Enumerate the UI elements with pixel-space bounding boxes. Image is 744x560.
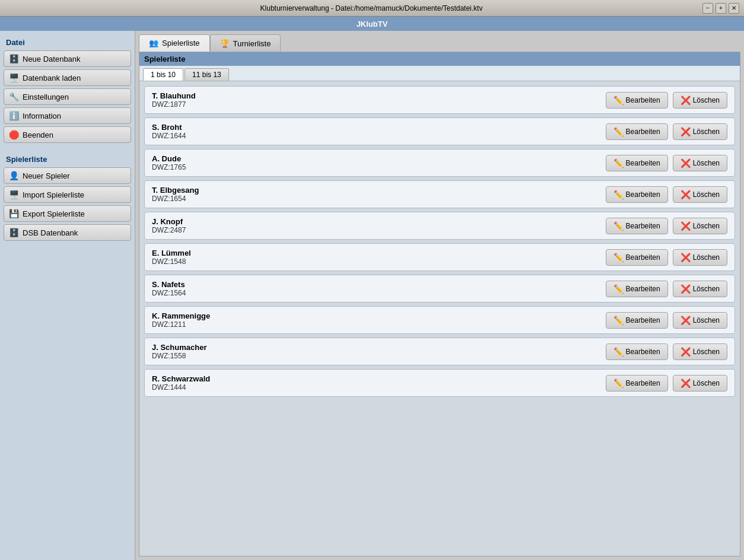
loschen-button[interactable]: ❌Löschen <box>673 155 727 171</box>
dsb-datenbank-button[interactable]: 🗄️ DSB Datenbank <box>4 224 131 241</box>
beenden-icon: 🛑 <box>9 130 19 139</box>
information-icon: ℹ️ <box>9 111 19 120</box>
import-spielerliste-button[interactable]: 🖥️ Import Spielerliste <box>4 186 131 203</box>
export-icon: 💾 <box>9 209 19 218</box>
spielerliste-panel-header: Spielerliste <box>139 52 740 66</box>
import-icon: 🖥️ <box>9 190 19 199</box>
player-name: A. Dude <box>152 154 601 163</box>
player-name: S. Broht <box>152 123 601 132</box>
player-row: J. KnopfDWZ:2487✏️Bearbeiten❌Löschen <box>144 212 735 240</box>
datenbank-laden-button[interactable]: 🖥️ Datenbank laden <box>4 69 131 86</box>
bearbeiten-button[interactable]: ✏️Bearbeiten <box>606 186 668 203</box>
player-dwz: DWZ:1444 <box>152 383 601 392</box>
app-title: JKlubTV <box>357 20 388 28</box>
bearbeiten-button[interactable]: ✏️Bearbeiten <box>606 155 668 171</box>
loschen-icon: ❌ <box>681 190 691 199</box>
loschen-button[interactable]: ❌Löschen <box>673 123 727 140</box>
main-layout: Datei 🗄️ Neue Datenbank 🖥️ Datenbank lad… <box>0 31 744 560</box>
datei-section-label: Datei <box>4 36 131 48</box>
neuer-spieler-button[interactable]: 👤 Neuer Spieler <box>4 167 131 184</box>
bearbeiten-button[interactable]: ✏️Bearbeiten <box>606 249 668 266</box>
bearbeiten-button[interactable]: ✏️Bearbeiten <box>606 123 668 140</box>
turnierliste-tab-icon: 🏆 <box>220 39 230 48</box>
player-dwz: DWZ:1877 <box>152 100 601 109</box>
bearbeiten-icon: ✏️ <box>613 347 624 357</box>
loschen-button[interactable]: ❌Löschen <box>673 343 727 360</box>
bearbeiten-icon: ✏️ <box>613 284 624 294</box>
bearbeiten-button[interactable]: ✏️Bearbeiten <box>606 312 668 329</box>
player-dwz: DWZ:1654 <box>152 195 601 203</box>
einstellungen-button[interactable]: 🔧 Einstellungen <box>4 88 131 105</box>
player-row: R. SchwarzwaldDWZ:1444✏️Bearbeiten❌Lösch… <box>144 369 735 397</box>
player-info: T. ElbgesangDWZ:1654 <box>152 186 601 203</box>
loschen-icon: ❌ <box>681 221 691 231</box>
player-row: S. NafetsDWZ:1564✏️Bearbeiten❌Löschen <box>144 275 735 303</box>
spielerliste-tab-label: Spielerliste <box>162 39 200 47</box>
information-button[interactable]: ℹ️ Information <box>4 107 131 124</box>
spielerliste-section-label: Spielerliste <box>4 152 131 165</box>
information-label: Information <box>23 112 61 120</box>
content-area: 👥 Spielerliste 🏆 Turnierliste Spielerlis… <box>135 31 744 560</box>
player-name: J. Knopf <box>152 217 601 226</box>
loschen-button[interactable]: ❌Löschen <box>673 312 727 329</box>
title-bar: Klubturnierverwaltung - Datei:/home/mamu… <box>0 0 744 17</box>
neue-datenbank-icon: 🗄️ <box>9 54 19 63</box>
spielerliste-panel: Spielerliste 1 bis 10 11 bis 13 T. Blauh… <box>139 52 740 556</box>
tab-bar: 👥 Spielerliste 🏆 Turnierliste <box>139 34 740 52</box>
loschen-icon: ❌ <box>681 253 691 262</box>
player-row: E. LümmelDWZ:1548✏️Bearbeiten❌Löschen <box>144 243 735 271</box>
bearbeiten-button[interactable]: ✏️Bearbeiten <box>606 375 668 392</box>
tab-turnierliste[interactable]: 🏆 Turnierliste <box>210 34 281 52</box>
neue-datenbank-button[interactable]: 🗄️ Neue Datenbank <box>4 50 131 67</box>
loschen-icon: ❌ <box>681 284 691 294</box>
player-name: E. Lümmel <box>152 249 601 257</box>
player-info: R. SchwarzwaldDWZ:1444 <box>152 374 601 392</box>
player-info: A. DudeDWZ:1765 <box>152 154 601 171</box>
loschen-icon: ❌ <box>681 316 691 325</box>
turnierliste-tab-label: Turnierliste <box>233 39 271 48</box>
loschen-button[interactable]: ❌Löschen <box>673 186 727 203</box>
player-dwz: DWZ:1644 <box>152 132 601 140</box>
player-row: T. ElbgesangDWZ:1654✏️Bearbeiten❌Löschen <box>144 180 735 208</box>
beenden-button[interactable]: 🛑 Beenden <box>4 126 131 143</box>
export-spielerliste-button[interactable]: 💾 Export Spielerliste <box>4 205 131 222</box>
bearbeiten-button[interactable]: ✏️Bearbeiten <box>606 92 668 109</box>
player-row: S. BrohtDWZ:1644✏️Bearbeiten❌Löschen <box>144 117 735 145</box>
sub-tab-11-13[interactable]: 11 bis 13 <box>185 68 229 81</box>
player-name: S. Nafets <box>152 280 601 289</box>
bearbeiten-icon: ✏️ <box>613 316 624 325</box>
minimize-button[interactable]: − <box>702 3 713 14</box>
player-info: J. KnopfDWZ:2487 <box>152 217 601 234</box>
loschen-button[interactable]: ❌Löschen <box>673 281 727 297</box>
loschen-button[interactable]: ❌Löschen <box>673 218 727 234</box>
bearbeiten-button[interactable]: ✏️Bearbeiten <box>606 343 668 360</box>
einstellungen-icon: 🔧 <box>9 92 19 101</box>
player-list: T. BlauhundDWZ:1877✏️Bearbeiten❌LöschenS… <box>139 81 740 556</box>
player-row: T. BlauhundDWZ:1877✏️Bearbeiten❌Löschen <box>144 86 735 114</box>
player-dwz: DWZ:1564 <box>152 289 601 297</box>
window-controls: − + ✕ <box>702 3 739 14</box>
spielerliste-tab-icon: 👥 <box>149 39 158 47</box>
bearbeiten-icon: ✏️ <box>613 190 624 199</box>
loschen-button[interactable]: ❌Löschen <box>673 375 727 392</box>
loschen-button[interactable]: ❌Löschen <box>673 92 727 109</box>
maximize-button[interactable]: + <box>716 3 726 14</box>
player-info: S. BrohtDWZ:1644 <box>152 123 601 140</box>
player-info: E. LümmelDWZ:1548 <box>152 249 601 266</box>
loschen-button[interactable]: ❌Löschen <box>673 249 727 266</box>
tab-spielerliste[interactable]: 👥 Spielerliste <box>139 34 210 52</box>
datenbank-laden-icon: 🖥️ <box>9 73 19 82</box>
dsb-datenbank-label: DSB Datenbank <box>23 228 78 237</box>
player-info: S. NafetsDWZ:1564 <box>152 280 601 297</box>
player-name: T. Elbgesang <box>152 186 601 195</box>
loschen-icon: ❌ <box>681 378 691 388</box>
app-title-bar: JKlubTV <box>0 17 744 31</box>
close-button[interactable]: ✕ <box>729 3 739 14</box>
import-spielerliste-label: Import Spielerliste <box>23 190 84 199</box>
bearbeiten-button[interactable]: ✏️Bearbeiten <box>606 281 668 297</box>
dsb-icon: 🗄️ <box>9 228 19 237</box>
sidebar: Datei 🗄️ Neue Datenbank 🖥️ Datenbank lad… <box>0 31 135 560</box>
neuer-spieler-label: Neuer Spieler <box>23 171 70 180</box>
sub-tab-1-10[interactable]: 1 bis 10 <box>143 68 183 81</box>
bearbeiten-button[interactable]: ✏️Bearbeiten <box>606 218 668 234</box>
